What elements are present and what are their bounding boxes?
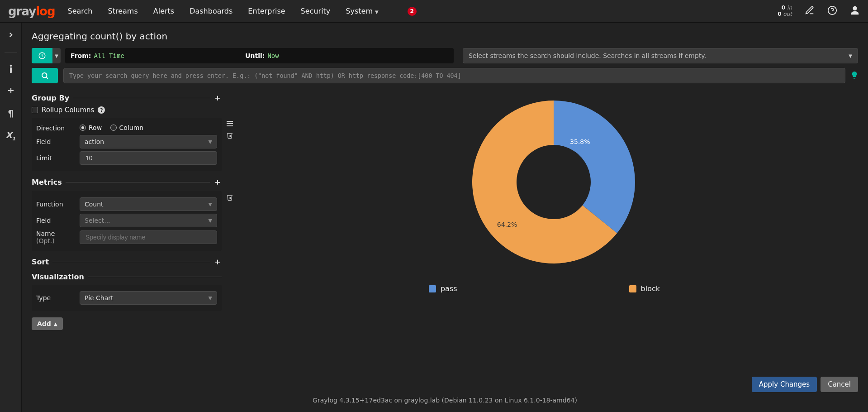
sort-add-icon[interactable]: ＋ <box>213 256 222 267</box>
svg-point-7 <box>42 73 47 78</box>
groupby-add-icon[interactable]: ＋ <box>213 92 222 103</box>
cancel-button[interactable]: Cancel <box>821 377 858 392</box>
apply-button[interactable]: Apply Changes <box>752 377 817 392</box>
groupby-card: Direction Row Column Field action▼ Lim <box>32 118 222 171</box>
groupby-limit-input[interactable] <box>80 151 217 165</box>
config-column: Group By ＋ Rollup Columns ? <box>32 87 222 394</box>
groupby-header: Group By ＋ <box>32 92 222 103</box>
direction-column-radio[interactable]: Column <box>110 124 144 131</box>
groupby-field-select[interactable]: action▼ <box>80 135 217 149</box>
timerange-button[interactable] <box>32 48 52 63</box>
nav-security[interactable]: Security <box>301 7 331 16</box>
pie-chart: 35.8%64.2% <box>418 87 671 277</box>
nav-enterprise[interactable]: Enterprise <box>248 7 285 16</box>
metrics-function-select[interactable]: Count▼ <box>80 197 217 211</box>
svg-point-2 <box>9 65 12 67</box>
search-button[interactable] <box>32 68 58 83</box>
svg-line-8 <box>46 77 47 78</box>
streams-placeholder: Select streams the search should include… <box>469 52 706 59</box>
notification-badge[interactable]: 2 <box>408 7 417 16</box>
query-input[interactable] <box>63 68 845 83</box>
chart-column: 35.8%64.2% pass block Apply Changes <box>231 87 858 394</box>
direction-label: Direction <box>36 125 74 132</box>
sidebar-paragraph-icon[interactable]: ¶ <box>8 108 14 119</box>
nav-search[interactable]: Search <box>68 7 93 16</box>
sidebar-info-icon[interactable] <box>8 64 14 75</box>
sidebar-expand-icon[interactable] <box>7 31 15 40</box>
rollup-help-icon[interactable]: ? <box>98 106 105 114</box>
lightbulb-icon[interactable] <box>851 71 858 81</box>
viz-card: Type Pie Chart▼ <box>32 285 222 311</box>
nav-streams[interactable]: Streams <box>108 7 138 16</box>
metrics-function-label: Function <box>36 201 74 208</box>
rollup-checkbox[interactable] <box>32 107 38 113</box>
top-nav: graylog Search Streams Alerts Dashboards… <box>0 0 868 23</box>
legend-block[interactable]: block <box>629 284 660 293</box>
sidebar-variable-icon[interactable]: X1 <box>6 130 16 142</box>
edit-icon[interactable] <box>805 5 815 17</box>
timerange-display[interactable]: From:All Time Until:Now <box>65 48 454 63</box>
logo[interactable]: graylog <box>8 5 55 18</box>
legend-pass[interactable]: pass <box>429 284 457 293</box>
metrics-card: Function Count▼ Field Select...▼ Name (O… <box>32 191 222 251</box>
footer-text: Graylog 4.3.15+17ed3ac on graylog.lab (D… <box>32 394 858 407</box>
nav-links: Search Streams Alerts Dashboards Enterpr… <box>68 7 417 16</box>
page-title: Aggregating count() by action <box>32 31 858 42</box>
nav-system[interactable]: System ▼ <box>346 7 378 16</box>
svg-text:64.2%: 64.2% <box>497 221 517 228</box>
svg-text:35.8%: 35.8% <box>570 138 590 145</box>
metrics-field-label: Field <box>36 217 74 224</box>
add-button[interactable]: Add▲ <box>32 317 63 330</box>
sidebar: ¶ X1 <box>0 23 22 412</box>
timerange-dropdown[interactable]: ▼ <box>52 48 61 63</box>
sort-header: Sort ＋ <box>32 256 222 267</box>
viz-type-select[interactable]: Pie Chart▼ <box>80 291 217 305</box>
metrics-name-input[interactable] <box>80 230 217 244</box>
direction-row-radio[interactable]: Row <box>80 124 102 131</box>
svg-rect-3 <box>10 67 12 73</box>
metrics-name-label: Name (Opt.) <box>36 230 74 244</box>
metrics-add-icon[interactable]: ＋ <box>213 177 222 187</box>
help-icon[interactable] <box>827 5 837 17</box>
viz-header: Visualization <box>32 273 222 281</box>
user-icon[interactable] <box>850 5 860 17</box>
groupby-field-label: Field <box>36 138 74 145</box>
groupby-limit-label: Limit <box>36 154 74 162</box>
nav-dashboards[interactable]: Dashboards <box>190 7 232 16</box>
nav-alerts[interactable]: Alerts <box>153 7 174 16</box>
chart-legend: pass block <box>429 284 660 293</box>
metrics-field-select[interactable]: Select...▼ <box>80 214 217 227</box>
metrics-header: Metrics ＋ <box>32 177 222 187</box>
viz-type-label: Type <box>36 294 74 302</box>
throughput: 0 in 0 out <box>778 5 792 17</box>
streams-select[interactable]: Select streams the search should include… <box>463 48 858 63</box>
rollup-label: Rollup Columns <box>42 106 94 114</box>
sidebar-add-icon[interactable] <box>7 86 15 96</box>
